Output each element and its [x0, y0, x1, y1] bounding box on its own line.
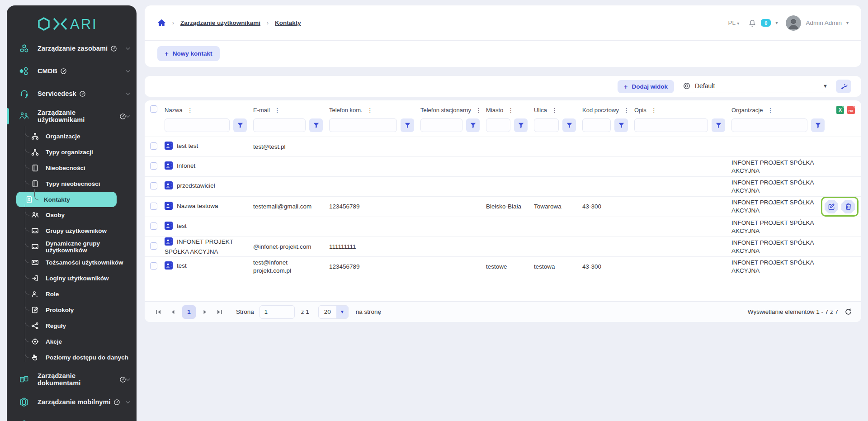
current-page-chip[interactable]: 1 — [182, 305, 196, 319]
column-header-telefon-stacjonarny[interactable]: Telefon stacjonarny — [420, 107, 471, 114]
filter-funnel-icon[interactable] — [233, 118, 247, 132]
filter-input-telefon-stacjonarny[interactable] — [420, 118, 462, 132]
sidebar-item-typy-nieobecnosci[interactable]: Typy nieobecności — [7, 176, 137, 192]
sidebar-item-poziomy-dostepu-do-danych[interactable]: Poziomy dostępu do danych — [7, 350, 137, 365]
page-number-input[interactable] — [259, 305, 295, 319]
filter-funnel-icon[interactable] — [466, 118, 480, 132]
contact-organizations: INFONET PROJEKT SPÓŁKA AKCYJNA — [731, 159, 831, 175]
row-checkbox[interactable] — [150, 182, 157, 189]
manage-views-button[interactable] — [836, 80, 851, 93]
filter-funnel-icon[interactable] — [712, 118, 725, 132]
column-header-telefon-kom[interactable]: Telefon kom. — [329, 107, 363, 114]
column-header-miasto[interactable]: Miasto — [486, 107, 503, 114]
sidebar-group-zarzadzanie-mobilnymi[interactable]: Zarządzanie mobilnymi — [7, 391, 137, 413]
row-checkbox[interactable] — [150, 242, 157, 250]
chevron-down-icon: ▾ — [737, 21, 739, 26]
table-row[interactable]: test INFONET PROJEKT SPÓŁKA AKCYJNA — [145, 217, 861, 237]
column-header-organizacje[interactable]: Organizacje — [731, 107, 763, 114]
column-header-nazwa[interactable]: Nazwa — [165, 107, 183, 114]
filter-funnel-icon[interactable] — [309, 118, 323, 132]
page-size-select[interactable]: 20 ▼ — [318, 305, 349, 319]
filter-funnel-icon[interactable] — [811, 118, 825, 132]
sidebar-item-kontakty[interactable]: Kontakty — [16, 192, 117, 207]
breadcrumb-link-users[interactable]: Zarządzanie użytkownikami — [180, 19, 260, 26]
filter-input-email[interactable] — [253, 118, 306, 132]
filter-input-opis[interactable] — [634, 118, 708, 132]
column-menu-icon[interactable]: ⋮ — [367, 107, 373, 114]
contact-name: test — [177, 222, 187, 229]
column-menu-icon[interactable]: ⋮ — [274, 107, 280, 114]
sidebar-group-zarzadzanie-uzytkownikami[interactable]: Zarządzanie użytkownikami — [7, 105, 137, 128]
add-view-button[interactable]: + Dodaj widok — [618, 80, 674, 93]
filter-input-telefon-kom[interactable] — [329, 118, 397, 132]
contact-city: Bielsko-Biała — [486, 203, 534, 211]
column-header-kod-pocztowy[interactable]: Kod pocztowy — [582, 107, 619, 114]
table-row[interactable]: test test@infonet-projekt.com.pl 1234567… — [145, 256, 861, 276]
home-icon[interactable] — [157, 19, 166, 27]
sidebar-group-zarzadzanie-zasobami[interactable]: Zarządzanie zasobami — [7, 37, 137, 60]
user-name[interactable]: Admin Admin — [806, 19, 842, 26]
previous-page-button[interactable] — [169, 307, 177, 317]
filter-funnel-icon[interactable] — [514, 118, 528, 132]
column-header-ulica[interactable]: Ulica — [534, 107, 547, 114]
filter-input-nazwa[interactable] — [165, 118, 230, 132]
filter-funnel-icon[interactable] — [401, 118, 414, 132]
column-menu-icon[interactable]: ⋮ — [508, 107, 514, 114]
table-row[interactable]: Infonet INFONET PROJEKT SPÓŁKA AKCYJNA — [145, 156, 861, 176]
sitemap-icon — [30, 132, 39, 140]
refresh-icon[interactable] — [844, 308, 852, 316]
row-checkbox[interactable] — [150, 142, 157, 150]
table-row[interactable]: INFONET PROJEKT SPÓŁKA AKCYJNA @infonet-… — [145, 237, 861, 256]
first-page-button[interactable] — [154, 307, 163, 317]
new-contact-button[interactable]: + Nowy kontakt — [157, 46, 220, 61]
last-page-button[interactable] — [215, 307, 224, 317]
user-group-board-icon — [30, 227, 39, 235]
column-header-email[interactable]: E-mail — [253, 107, 270, 114]
export-pdf-icon[interactable]: PDF — [847, 106, 855, 114]
sidebar-group-ustawienia[interactable]: Ustawienia — [7, 413, 137, 421]
sidebar-group-cmdb[interactable]: CMDB — [7, 60, 137, 82]
column-menu-icon[interactable]: ⋮ — [623, 107, 629, 114]
bell-icon[interactable] — [748, 19, 756, 27]
select-all-checkbox[interactable] — [150, 105, 157, 113]
breadcrumb-link-kontakty[interactable]: Kontakty — [275, 19, 301, 26]
contact-card-icon — [165, 181, 173, 192]
row-checkbox[interactable] — [150, 262, 157, 270]
chevron-down-icon: ▼ — [823, 83, 828, 89]
table-row[interactable]: przedstawiciel INFONET PROJEKT SPÓŁKA AK… — [145, 176, 861, 196]
target-icon — [30, 338, 39, 345]
export-excel-icon[interactable]: X — [836, 106, 844, 114]
filter-input-ulica[interactable] — [534, 118, 559, 132]
row-checkbox[interactable] — [150, 162, 157, 170]
column-menu-icon[interactable]: ⋮ — [476, 107, 481, 114]
column-menu-icon[interactable]: ⋮ — [187, 107, 193, 114]
chevron-down-icon — [126, 47, 130, 50]
nodes-icon — [30, 148, 39, 156]
column-menu-icon[interactable]: ⋮ — [651, 107, 657, 114]
filter-input-kod-pocztowy[interactable] — [582, 118, 611, 132]
delete-button[interactable] — [841, 200, 855, 213]
sidebar-group-zarzadzanie-dokumentami[interactable]: Zarządzanie dokumentami — [7, 368, 137, 391]
chevron-down-icon[interactable]: ▾ — [775, 20, 778, 25]
filter-funnel-icon[interactable] — [562, 118, 576, 132]
dashboard-gauge-icon — [111, 46, 117, 52]
edit-button[interactable] — [825, 200, 838, 213]
column-menu-icon[interactable]: ⋮ — [552, 107, 557, 114]
table-row[interactable]: Nazwa testowa testemail@gmail.com 123456… — [145, 196, 861, 217]
filter-input-organizacje[interactable] — [731, 118, 807, 132]
column-menu-icon[interactable]: ⋮ — [767, 107, 773, 114]
table-row[interactable]: test test test@test.pl — [145, 137, 861, 156]
column-header-opis[interactable]: Opis — [634, 107, 646, 114]
row-checkbox[interactable] — [150, 203, 157, 210]
contact-card-icon — [165, 222, 173, 232]
next-page-button[interactable] — [201, 307, 209, 317]
row-checkbox[interactable] — [150, 222, 157, 230]
language-selector[interactable]: PL ▾ — [728, 19, 740, 26]
avatar[interactable] — [786, 15, 801, 31]
chevron-down-icon — [126, 70, 130, 73]
filter-input-miasto[interactable] — [486, 118, 510, 132]
filter-funnel-icon[interactable] — [614, 118, 628, 132]
contact-name: test — [177, 262, 187, 269]
sidebar-group-servicedesk[interactable]: Servicedesk — [7, 82, 137, 105]
view-select[interactable]: Default ▼ — [680, 80, 830, 93]
